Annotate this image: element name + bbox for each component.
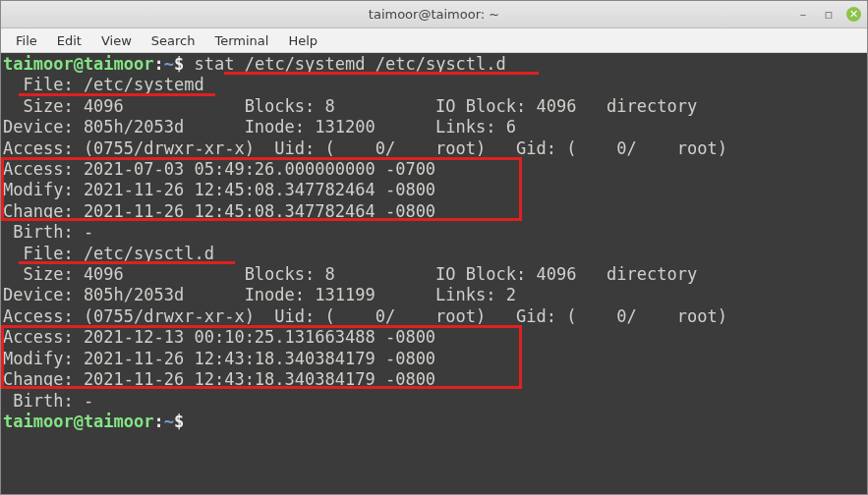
menu-help[interactable]: Help xyxy=(279,30,326,51)
out1-change: Change: 2021-11-26 12:45:08.347782464 -0… xyxy=(3,201,435,221)
maximize-button[interactable]: ▫ xyxy=(821,7,837,23)
out1-device: Device: 805h/2053d Inode: 131200 Links: … xyxy=(3,117,516,137)
prompt-dollar: $ xyxy=(174,54,194,74)
menu-file[interactable]: File xyxy=(7,30,46,51)
minimize-button[interactable]: – xyxy=(795,7,811,23)
prompt-userhost: taimoor@taimoor xyxy=(3,54,154,74)
out2-device: Device: 805h/2053d Inode: 131199 Links: … xyxy=(3,285,516,304)
prompt2-colon: : xyxy=(154,412,164,431)
out1-perm: Access: (0755/drwxr-xr-x) Uid: ( 0/ root… xyxy=(3,138,727,158)
out2-birth: Birth: - xyxy=(3,391,93,411)
out2-modify: Modify: 2021-11-26 12:43:18.340384179 -0… xyxy=(3,349,435,368)
out2-perm: Access: (0755/drwxr-xr-x) Uid: ( 0/ root… xyxy=(3,306,727,326)
prompt2-path: ~ xyxy=(164,412,174,431)
menu-search[interactable]: Search xyxy=(143,30,204,51)
window-controls: – ▫ ✕ xyxy=(795,7,861,23)
out1-file: File: /etc/systemd xyxy=(3,75,204,94)
close-button[interactable]: ✕ xyxy=(846,7,861,22)
out2-access: Access: 2021-12-13 00:10:25.131663488 -0… xyxy=(3,327,435,347)
prompt2-userhost: taimoor@taimoor xyxy=(3,412,154,431)
out2-file: File: /etc/sysctl.d xyxy=(3,244,214,263)
terminal-output[interactable]: taimoor@taimoor:~$ stat /etc/systemd /et… xyxy=(1,53,867,494)
out1-size: Size: 4096 Blocks: 8 IO Block: 4096 dire… xyxy=(3,96,697,116)
terminal-window: taimoor@taimoor: ~ – ▫ ✕ File Edit View … xyxy=(0,0,868,495)
prompt-path: ~ xyxy=(164,54,174,74)
command-text: stat /etc/systemd /etc/sysctl.d xyxy=(195,54,506,74)
out1-modify: Modify: 2021-11-26 12:45:08.347782464 -0… xyxy=(3,180,435,199)
out1-access: Access: 2021-07-03 05:49:26.000000000 -0… xyxy=(3,159,435,179)
prompt2-dollar: $ xyxy=(174,412,194,431)
prompt-colon: : xyxy=(154,54,164,74)
menu-edit[interactable]: Edit xyxy=(48,30,90,51)
window-title: taimoor@taimoor: ~ xyxy=(369,7,499,22)
menubar: File Edit View Search Terminal Help xyxy=(1,28,867,53)
titlebar: taimoor@taimoor: ~ – ▫ ✕ xyxy=(1,1,867,28)
out2-change: Change: 2021-11-26 12:43:18.340384179 -0… xyxy=(3,369,435,389)
out1-birth: Birth: - xyxy=(3,222,93,242)
out2-size: Size: 4096 Blocks: 8 IO Block: 4096 dire… xyxy=(3,264,697,284)
menu-view[interactable]: View xyxy=(92,30,141,51)
menu-terminal[interactable]: Terminal xyxy=(205,30,277,51)
